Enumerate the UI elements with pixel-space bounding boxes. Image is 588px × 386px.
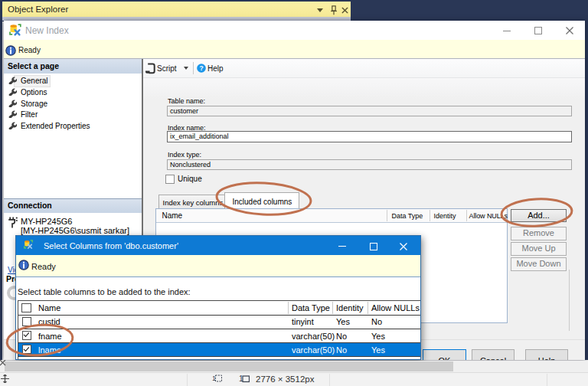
- svg-text:?: ?: [199, 64, 203, 72]
